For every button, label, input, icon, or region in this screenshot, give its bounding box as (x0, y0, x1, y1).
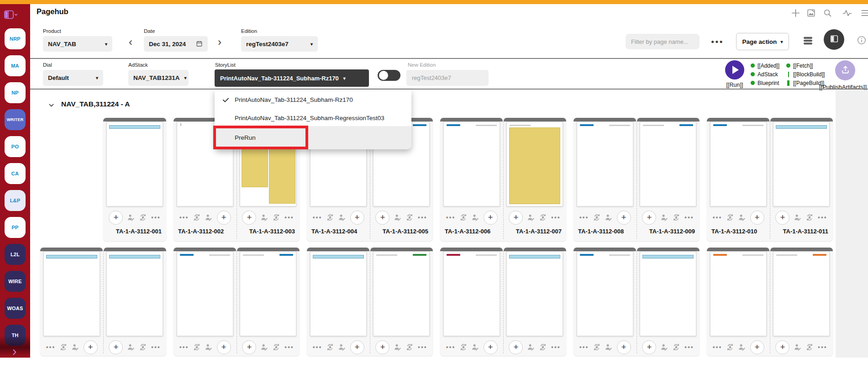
more-actions-icon[interactable]: ●●● (46, 345, 55, 349)
more-actions-icon[interactable]: ●●● (418, 345, 427, 349)
sync-lock-icon[interactable] (272, 343, 280, 351)
page-thumbnail[interactable] (710, 251, 767, 336)
split-view-button[interactable] (824, 29, 844, 50)
sync-lock-icon[interactable] (672, 343, 680, 351)
storylist-option[interactable]: PrintAutoNav_Tab-311224_Subham-Rz170 (215, 90, 411, 110)
date-picker[interactable]: Dec 31, 2024 (144, 36, 208, 52)
sidebar-item-lp[interactable]: L&P (5, 190, 26, 211)
run-button[interactable] (725, 60, 744, 79)
new-edition-input[interactable] (406, 70, 489, 86)
ellipsis-icon[interactable]: ●●● (711, 38, 724, 45)
add-page-icon[interactable]: + (350, 340, 364, 354)
more-actions-icon[interactable]: ●●● (312, 345, 322, 349)
sync-lock-icon[interactable] (805, 343, 814, 351)
add-page-icon[interactable]: + (109, 340, 123, 354)
menu-icon[interactable] (859, 7, 868, 19)
assign-user-icon[interactable] (127, 213, 135, 222)
add-page-icon[interactable]: + (217, 340, 231, 354)
add-page-icon[interactable]: + (775, 211, 789, 225)
page-thumbnail[interactable] (443, 251, 500, 336)
assign-user-icon[interactable] (205, 343, 213, 351)
add-page-icon[interactable]: + (642, 340, 656, 354)
page-thumbnail[interactable] (640, 251, 696, 336)
assign-user-icon[interactable] (527, 213, 535, 222)
assign-user-icon[interactable] (471, 213, 479, 222)
assign-user-icon[interactable] (738, 213, 746, 222)
search-icon[interactable] (821, 7, 833, 19)
activity-icon[interactable] (841, 7, 853, 19)
sync-lock-icon[interactable] (405, 343, 414, 351)
more-actions-icon[interactable]: ●●● (418, 215, 427, 220)
page-thumbnail[interactable] (506, 121, 563, 206)
dial-select[interactable]: Default ▾ (43, 70, 103, 86)
assign-user-icon[interactable] (605, 213, 613, 222)
assign-user-icon[interactable] (660, 213, 668, 222)
page-thumbnail[interactable] (106, 121, 163, 206)
more-actions-icon[interactable]: ●●● (312, 215, 322, 220)
sidebar-item-po[interactable]: PO (5, 136, 26, 157)
more-actions-icon[interactable]: ●●● (151, 345, 161, 349)
sidebar-item-ma[interactable]: MA (5, 55, 26, 76)
sync-lock-icon[interactable] (272, 213, 280, 222)
sync-lock-icon[interactable] (593, 213, 601, 222)
assign-user-icon[interactable] (394, 213, 402, 222)
more-actions-icon[interactable]: ●●● (551, 215, 561, 220)
more-actions-icon[interactable]: ●●● (179, 345, 189, 349)
page-thumbnail[interactable] (240, 251, 296, 336)
more-actions-icon[interactable]: ●●● (818, 215, 827, 220)
more-actions-icon[interactable]: ●●● (684, 215, 694, 220)
more-actions-icon[interactable]: ●●● (284, 345, 294, 349)
adstack-select[interactable]: NAV_TAB1231A ▾ (128, 70, 189, 86)
assign-user-icon[interactable] (394, 343, 402, 351)
sync-lock-icon[interactable] (539, 343, 547, 351)
date-next-button[interactable]: › (218, 37, 221, 47)
page-thumbnail[interactable] (177, 251, 233, 336)
sync-lock-icon[interactable] (593, 343, 601, 351)
sidebar-item-np[interactable]: NP (5, 82, 26, 103)
sync-lock-icon[interactable] (59, 343, 68, 351)
sidebar-item-ca[interactable]: CA (5, 163, 26, 184)
assign-user-icon[interactable] (71, 343, 79, 351)
add-page-icon[interactable]: + (375, 211, 389, 225)
add-page-icon[interactable]: + (217, 211, 231, 225)
more-actions-icon[interactable]: ●●● (151, 215, 161, 220)
page-thumbnail[interactable] (43, 251, 100, 336)
publish-artifacts-button[interactable] (835, 60, 855, 80)
add-page-icon[interactable]: + (484, 340, 498, 354)
sync-lock-icon[interactable] (193, 343, 201, 351)
assign-user-icon[interactable] (660, 343, 668, 351)
sync-lock-icon[interactable] (539, 213, 547, 222)
sidebar-item-writer[interactable]: WRITER (5, 109, 26, 130)
add-page-icon[interactable]: + (109, 211, 123, 225)
sync-lock-icon[interactable] (672, 213, 680, 222)
assign-user-icon[interactable] (794, 343, 802, 351)
add-page-icon[interactable]: + (617, 211, 631, 225)
page-filter-input[interactable] (626, 34, 700, 49)
add-page-icon[interactable]: + (375, 340, 389, 354)
add-page-icon[interactable]: + (242, 211, 256, 225)
page-thumbnail[interactable] (443, 121, 500, 206)
sidebar-item-woas[interactable]: WOAS (5, 298, 26, 319)
plus-icon[interactable] (789, 7, 801, 19)
add-page-icon[interactable]: + (350, 211, 364, 225)
more-actions-icon[interactable]: ●●● (579, 345, 589, 349)
assign-user-icon[interactable] (527, 343, 535, 351)
assign-user-icon[interactable] (605, 343, 613, 351)
page-thumbnail[interactable] (506, 251, 563, 336)
more-actions-icon[interactable]: ●●● (551, 345, 561, 349)
date-prev-button[interactable]: ‹ (129, 37, 132, 47)
sidebar-toggle-button[interactable] (4, 9, 26, 21)
more-actions-icon[interactable]: ●●● (818, 345, 827, 349)
page-thumbnail[interactable] (773, 121, 830, 206)
page-thumbnail[interactable] (640, 121, 696, 206)
sync-lock-icon[interactable] (139, 213, 147, 222)
page-thumbnail[interactable] (577, 121, 633, 206)
sync-lock-icon[interactable] (405, 213, 414, 222)
more-actions-icon[interactable]: ●●● (179, 215, 189, 220)
assign-user-icon[interactable] (338, 213, 346, 222)
storylist-option[interactable]: PreRun (215, 126, 411, 149)
add-page-icon[interactable]: + (509, 211, 523, 225)
more-actions-icon[interactable]: ●●● (446, 215, 455, 220)
sidebar-item-l2l[interactable]: L2L (5, 244, 26, 265)
page-thumbnail[interactable] (710, 121, 767, 206)
